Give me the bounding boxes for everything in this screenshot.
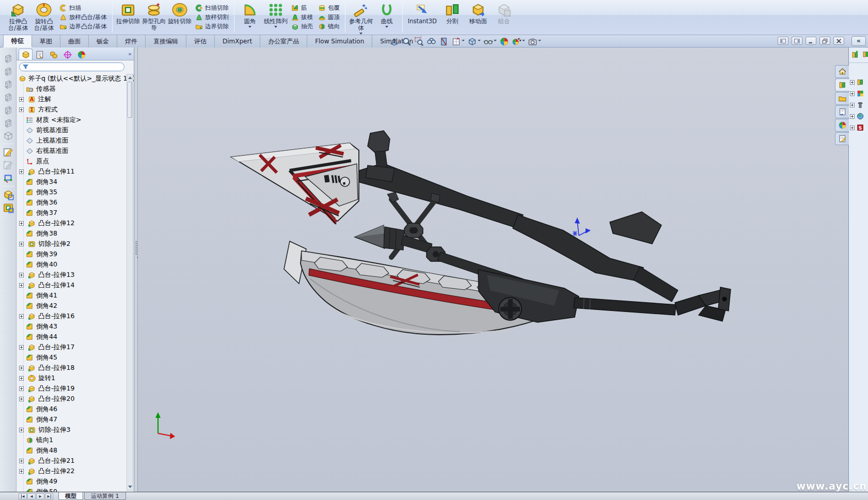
step-back-button[interactable]: ◀ — [27, 493, 36, 499]
hide-show-items-dropdown-arrow-icon[interactable] — [494, 40, 497, 43]
feature-tree-item[interactable]: 凸台-拉伸21 — [19, 456, 125, 466]
expand-toggle[interactable] — [850, 126, 855, 130]
toolbox-item[interactable] — [850, 99, 868, 111]
feature-filter-input[interactable] — [31, 64, 121, 70]
feature-tree-item[interactable]: 凸台-拉伸14 — [19, 280, 125, 290]
tab-DimXpert[interactable]: DimXpert — [215, 35, 260, 48]
view-preset-6-button[interactable] — [2, 116, 15, 129]
design-library-root-item[interactable] — [850, 76, 868, 88]
reference-geometry-button[interactable]: 参考几何体 — [348, 1, 374, 34]
feature-tree-item[interactable]: 倒角44 — [19, 332, 125, 342]
revolved-boss-base-button[interactable]: 旋转凸台/基体 — [31, 1, 57, 34]
quick-extrude-boss-button[interactable] — [2, 188, 15, 201]
shell-button[interactable]: 抽壳 — [289, 22, 315, 32]
edit-appearance-dropdown-arrow-icon[interactable] — [522, 40, 525, 43]
expand-toggle[interactable] — [19, 376, 26, 381]
feature-tree-item[interactable]: 倒角38 — [19, 228, 125, 239]
feature-tree-item[interactable]: Σ方程式 — [19, 104, 125, 115]
zoom-fit-button[interactable] — [401, 36, 413, 47]
expand-toggle[interactable] — [850, 80, 855, 85]
lofted-boss-base-button[interactable]: 放样凸台/基体 — [57, 13, 109, 22]
display-style-button[interactable] — [466, 36, 482, 47]
expand-toggle[interactable] — [19, 469, 26, 474]
feature-tree-item[interactable]: 倒角47 — [19, 414, 125, 425]
add-to-library-button[interactable] — [851, 50, 859, 60]
display-style-dropdown-arrow-icon[interactable] — [478, 40, 481, 43]
minimize-window-button[interactable] — [806, 37, 816, 45]
linear-pattern-dropdown-arrow-icon[interactable] — [274, 26, 277, 29]
mirror-button[interactable]: 镜向 — [315, 22, 342, 32]
3d-sketch-button[interactable] — [2, 159, 15, 171]
expand-toggle[interactable] — [19, 242, 26, 246]
feature-tree-item[interactable]: 材质 <未指定> — [19, 115, 125, 125]
move-face-button[interactable]: 移动面 — [465, 1, 491, 34]
hide-show-items-button[interactable] — [482, 36, 498, 47]
feature-tree-item[interactable]: 倒角41 — [19, 290, 125, 301]
feature-tree-item[interactable]: 倒角50 — [19, 487, 125, 492]
featuremanager-design-tree-tab[interactable] — [19, 49, 33, 60]
feature-tree-scrollbar[interactable] — [127, 74, 133, 491]
instant3d-button[interactable]: Instant3D — [405, 1, 439, 34]
feature-tree-item[interactable]: 右视基准面 — [19, 146, 125, 156]
3d-contentcentral-item[interactable] — [850, 111, 868, 122]
split-button[interactable]: 分割 — [439, 1, 465, 34]
feature-tree-item[interactable]: 倒角36 — [19, 197, 125, 208]
dimxpertmanager-tab[interactable] — [60, 49, 74, 60]
restore-window-button[interactable] — [819, 37, 830, 45]
view-preset-isometric-button[interactable] — [2, 129, 15, 142]
expand-toggle[interactable] — [19, 221, 26, 226]
tab-钣金[interactable]: 钣金 — [89, 35, 117, 48]
jump-to-end-button[interactable]: ▶ — [45, 493, 53, 499]
zoom-area-button[interactable] — [413, 36, 425, 47]
swept-boss-base-button[interactable]: 扫描 — [57, 4, 109, 13]
curves-dropdown-arrow-icon[interactable] — [385, 26, 388, 29]
view-preset-1-button[interactable] — [2, 52, 15, 65]
revolved-cut-button[interactable]: 旋转切除 — [167, 1, 193, 34]
feature-tree-item[interactable]: 倒角42 — [19, 301, 125, 311]
feature-tree-item[interactable]: 凸台-拉伸11 — [19, 166, 125, 177]
feature-tree-item[interactable]: 倒角40 — [19, 259, 125, 270]
expand-toggle[interactable] — [19, 397, 26, 401]
annotations-library-item[interactable] — [850, 88, 868, 99]
expand-toggle[interactable] — [850, 114, 855, 119]
feature-tree-item[interactable]: 倒角35 — [19, 187, 125, 197]
view-orientation-dropdown-arrow-icon[interactable] — [462, 40, 465, 43]
lofted-cut-button[interactable]: 放样切割 — [193, 13, 231, 22]
configurationmanager-tab[interactable] — [46, 49, 60, 60]
solidworks-content-item[interactable]: S — [850, 122, 868, 133]
scrollbar-thumb[interactable] — [128, 82, 132, 118]
swept-cut-button[interactable]: 扫描切除 — [193, 4, 231, 13]
extruded-boss-base-button[interactable]: 拉伸凸台/基体 — [5, 1, 31, 34]
expand-toggle[interactable] — [19, 345, 26, 350]
expand-toggle[interactable] — [19, 97, 26, 102]
graphics-viewport[interactable] — [138, 48, 848, 492]
camera-dropdown-arrow-icon[interactable] — [538, 40, 541, 43]
scroll-up-arrow[interactable] — [127, 75, 133, 81]
expand-toggle[interactable] — [19, 314, 26, 319]
jump-to-start-button[interactable]: ◀ — [19, 493, 27, 499]
fillet-dropdown-arrow-icon[interactable] — [248, 26, 251, 29]
add-file-location-button[interactable] — [862, 50, 868, 60]
view-palette-tab[interactable] — [835, 105, 849, 118]
tab-办公室产品[interactable]: 办公室产品 — [260, 35, 307, 48]
expand-toggle[interactable] — [850, 103, 855, 107]
file-explorer-tab[interactable] — [835, 92, 849, 105]
feature-tree-item[interactable]: 倒角37 — [19, 208, 125, 218]
feature-tree-root[interactable]: 斧子q (默认<<默认>_显示状态 1>) — [19, 74, 125, 84]
boundary-boss-base-button[interactable]: 边界凸台/基体 — [57, 22, 109, 32]
dome-button[interactable]: 圆顶 — [315, 13, 342, 22]
feature-tree-item[interactable]: 原点 — [19, 156, 125, 166]
feature-tree-item[interactable]: 切除-拉伸3 — [19, 425, 125, 435]
feature-tree-item[interactable]: A注解 — [19, 94, 125, 104]
solidworks-resources-tab[interactable] — [835, 65, 849, 78]
normal-to-button[interactable] — [388, 36, 400, 47]
scroll-down-arrow[interactable] — [127, 484, 133, 490]
tab-直接编辑[interactable]: 直接编辑 — [146, 35, 186, 48]
feature-tree-item[interactable]: 凸台-拉伸19 — [19, 383, 125, 394]
toggle-featuremanager-pane-button[interactable] — [778, 37, 788, 45]
expand-toggle[interactable] — [19, 107, 26, 112]
feature-tree-item[interactable]: 凸台-拉伸22 — [19, 466, 125, 476]
displaymanager-tab[interactable] — [74, 49, 88, 60]
feature-tree-item[interactable]: 倒角46 — [19, 404, 125, 414]
appearances-scenes-tab[interactable] — [835, 119, 849, 132]
